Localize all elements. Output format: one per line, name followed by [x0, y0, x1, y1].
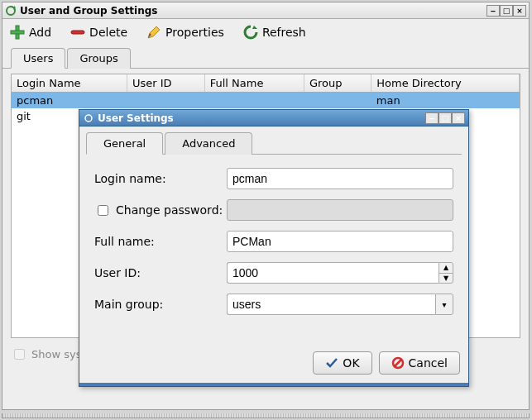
dialog-title: User Settings — [98, 112, 174, 124]
dialog-close-button[interactable]: × — [452, 112, 465, 124]
delete-label: Delete — [89, 26, 127, 39]
toolbar: Add Delete Properties Refresh — [2, 19, 529, 45]
svg-point-8 — [85, 115, 92, 122]
svg-rect-3 — [11, 31, 24, 34]
login-name-label: Login name: — [94, 172, 227, 185]
general-form: Login name: Change password: Full name: … — [84, 155, 463, 341]
change-password-label: Change password: — [116, 203, 223, 217]
col-uid[interactable]: User ID — [127, 74, 204, 93]
cancel-icon — [391, 356, 405, 370]
main-group-input[interactable] — [227, 294, 435, 315]
add-button[interactable]: Add — [9, 24, 51, 41]
app-icon — [5, 5, 17, 17]
check-icon — [325, 356, 338, 370]
cancel-label: Cancel — [409, 356, 448, 370]
full-name-input[interactable] — [227, 231, 453, 252]
tab-advanced[interactable]: Advanced — [165, 132, 252, 155]
user-id-input[interactable] — [227, 262, 439, 284]
main-group-label: Main group: — [94, 298, 227, 311]
close-button[interactable]: × — [513, 5, 526, 17]
change-password-checkbox[interactable] — [98, 205, 108, 216]
minus-icon — [69, 24, 86, 41]
main-tabs: Users Groups — [2, 47, 529, 69]
properties-label: Properties — [165, 26, 224, 39]
dialog-maximize-button[interactable]: □ — [439, 112, 452, 124]
refresh-icon — [242, 24, 259, 41]
col-home[interactable]: Home Directory — [371, 74, 520, 93]
user-id-spinner[interactable]: ▲ ▼ — [439, 262, 453, 284]
tab-users[interactable]: Users — [11, 48, 65, 69]
dialog-icon — [83, 112, 94, 124]
dialog-bottom-border — [79, 383, 468, 386]
plus-icon — [9, 24, 26, 41]
cancel-button[interactable]: Cancel — [379, 351, 460, 375]
dialog-titlebar: User Settings ‒ □ × — [79, 110, 468, 126]
minimize-button[interactable]: ‒ — [486, 5, 500, 17]
add-label: Add — [29, 26, 51, 39]
ok-label: OK — [343, 356, 359, 370]
svg-rect-4 — [71, 31, 84, 34]
user-settings-dialog: User Settings ‒ □ × General Advanced Log… — [79, 109, 469, 387]
full-name-label: Full name: — [94, 235, 227, 248]
col-full[interactable]: Full Name — [204, 74, 304, 93]
maximize-button[interactable]: □ — [500, 5, 513, 17]
refresh-button[interactable]: Refresh — [242, 24, 306, 41]
spin-down-icon[interactable]: ▼ — [439, 274, 453, 284]
pencil-icon — [146, 24, 162, 41]
ok-button[interactable]: OK — [313, 351, 371, 375]
password-input — [227, 199, 453, 221]
main-group-dropdown[interactable]: ▾ — [435, 294, 453, 315]
properties-button[interactable]: Properties — [146, 24, 224, 41]
svg-line-10 — [395, 360, 401, 366]
login-name-input[interactable] — [227, 168, 453, 189]
refresh-label: Refresh — [262, 26, 306, 39]
svg-marker-7 — [252, 26, 257, 29]
dialog-tabs: General Advanced — [86, 131, 462, 155]
status-strip — [2, 413, 530, 418]
svg-marker-5 — [148, 26, 160, 38]
spin-up-icon[interactable]: ▲ — [439, 263, 453, 274]
tab-groups[interactable]: Groups — [67, 48, 130, 69]
window-title: User and Group Settings — [20, 5, 158, 17]
delete-button[interactable]: Delete — [69, 24, 127, 41]
dialog-minimize-button[interactable]: ‒ — [425, 112, 439, 124]
show-system-checkbox[interactable] — [14, 349, 25, 360]
titlebar: User and Group Settings ‒ □ × — [2, 2, 529, 19]
chevron-down-icon: ▾ — [442, 300, 446, 309]
table-row[interactable]: pcman man — [12, 93, 520, 109]
col-group[interactable]: Group — [304, 74, 371, 93]
tab-general[interactable]: General — [86, 132, 163, 155]
user-id-label: User ID: — [94, 266, 227, 279]
col-login[interactable]: Login Name — [12, 74, 127, 93]
